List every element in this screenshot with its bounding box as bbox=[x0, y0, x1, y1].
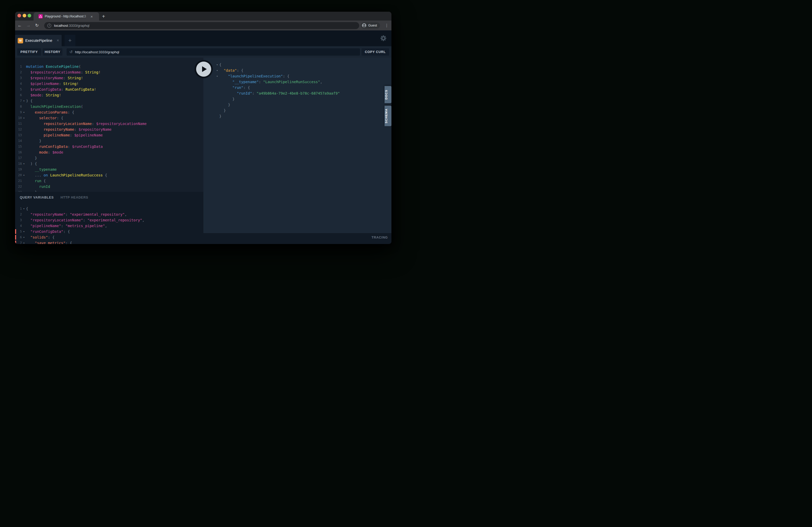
code-line[interactable]: 7▾) { bbox=[15, 98, 203, 104]
line-number: 4 bbox=[15, 223, 22, 229]
schema-side-tab[interactable]: SCHEMA bbox=[385, 106, 392, 126]
code-line[interactable]: 18▾ ) { bbox=[15, 161, 203, 167]
fold-arrow-icon[interactable]: ▾ bbox=[22, 161, 26, 167]
query-editor-pane[interactable]: 1mutation ExecutePipeline(2 $repositoryL… bbox=[15, 58, 203, 192]
code-line[interactable]: 5 $runConfigData: RunConfigData! bbox=[15, 87, 203, 92]
fold-spacer bbox=[22, 167, 26, 172]
copy-curl-button[interactable]: COPY CURL bbox=[362, 48, 389, 56]
docs-side-tab[interactable]: DOCS bbox=[385, 86, 392, 103]
code-line[interactable]: 7▾ "save_metrics": { bbox=[15, 240, 203, 244]
code-line[interactable]: 6▾ "solids": { bbox=[15, 235, 203, 240]
code-line[interactable]: } bbox=[203, 102, 391, 108]
code-line[interactable]: 19 __typename bbox=[15, 167, 203, 172]
add-playground-tab-button[interactable]: + bbox=[64, 35, 75, 46]
forward-icon[interactable]: → bbox=[25, 20, 32, 30]
line-number: 5 bbox=[15, 87, 22, 92]
code-line[interactable]: 17 } bbox=[15, 155, 203, 161]
code-line[interactable]: "run": { bbox=[203, 85, 391, 90]
code-line[interactable]: 6 $mode: String! bbox=[15, 92, 203, 98]
code-line[interactable]: ▾{ bbox=[203, 62, 391, 67]
fold-spacer bbox=[22, 81, 26, 87]
tab-query-variables[interactable]: QUERY VARIABLES bbox=[20, 196, 54, 199]
reload-icon[interactable]: ↻ bbox=[33, 20, 40, 30]
execute-query-button[interactable] bbox=[194, 60, 213, 78]
code-text: $pipelineName: String! bbox=[26, 81, 78, 87]
code-text: } bbox=[219, 96, 235, 102]
playground-tab-close-icon[interactable]: × bbox=[57, 39, 59, 43]
back-icon[interactable]: ← bbox=[16, 20, 23, 30]
window-zoom-button[interactable] bbox=[28, 14, 31, 17]
prettify-button[interactable]: PRETTIFY bbox=[17, 48, 41, 56]
code-line[interactable]: 2 $repositoryLocationName: String! bbox=[15, 70, 203, 75]
code-text: __typename bbox=[26, 167, 57, 172]
code-line[interactable]: 4 $pipelineName: String! bbox=[15, 81, 203, 87]
code-line[interactable]: } bbox=[203, 96, 391, 102]
code-line[interactable]: 13 pipelineName: $pipelineName bbox=[15, 132, 203, 138]
code-line[interactable]: 16 mode: $mode bbox=[15, 149, 203, 155]
browser-tab[interactable]: Playground - http://localhost:3 × bbox=[33, 12, 99, 20]
code-line[interactable]: 15 runConfigData: $runConfigData bbox=[15, 144, 203, 149]
new-tab-button[interactable]: + bbox=[100, 13, 107, 20]
code-line[interactable]: 3 "repositoryLocationName": "experimenta… bbox=[15, 217, 203, 223]
code-line[interactable]: 4 "pipelineName": "metrics_pipeline", bbox=[15, 223, 203, 229]
code-line[interactable]: "__typename": "LaunchPipelineRunSuccess"… bbox=[203, 79, 391, 85]
code-line[interactable]: 1▾{ bbox=[15, 206, 203, 212]
code-line[interactable]: "runId": "a49b864a-79e2-4be8-b78c-687457… bbox=[203, 90, 391, 96]
code-line[interactable]: 3 $repositoryName: String! bbox=[15, 75, 203, 81]
playground-tab-executepipeline[interactable]: M ExecutePipeline × bbox=[15, 35, 62, 46]
code-text: } bbox=[26, 138, 41, 144]
fold-arrow-icon[interactable]: ▾ bbox=[22, 98, 26, 104]
code-line[interactable]: 14 } bbox=[15, 138, 203, 144]
window-close-button[interactable] bbox=[17, 14, 21, 17]
code-line[interactable]: 20▾ ... on LaunchPipelineRunSuccess { bbox=[15, 172, 203, 178]
window-minimize-button[interactable] bbox=[23, 14, 26, 17]
fold-arrow-icon[interactable]: ▾ bbox=[215, 67, 219, 73]
fold-arrow-icon[interactable]: ▾ bbox=[215, 62, 219, 67]
code-line[interactable]: 11 repositoryLocationName: $repositoryLo… bbox=[15, 121, 203, 126]
tab-http-headers[interactable]: HTTP HEADERS bbox=[61, 196, 88, 199]
code-line[interactable]: } bbox=[203, 113, 391, 119]
endpoint-input[interactable]: ↻ http://localhost:3333/graphql bbox=[67, 48, 360, 56]
profile-label: Guest bbox=[368, 24, 377, 27]
line-number: 15 bbox=[15, 144, 22, 149]
fold-arrow-icon[interactable]: ▾ bbox=[22, 240, 26, 244]
line-number: 7 bbox=[15, 98, 22, 104]
address-bar[interactable]: i localhost:3333/graphql bbox=[44, 22, 359, 29]
code-text: "repositoryLocationName": "experimental_… bbox=[26, 217, 144, 223]
tracing-bar: TRACING bbox=[203, 233, 391, 244]
code-line[interactable]: 9▾ executionParams: { bbox=[15, 109, 203, 115]
undo-icon[interactable]: ↻ bbox=[70, 50, 73, 54]
code-line[interactable]: 8 launchPipelineExecution( bbox=[15, 104, 203, 109]
settings-gear-icon[interactable] bbox=[380, 35, 387, 41]
fold-arrow-icon[interactable]: ▾ bbox=[215, 73, 219, 79]
code-line[interactable]: ▾ "data": { bbox=[203, 67, 391, 73]
browser-tab-title: Playground - http://localhost:3 bbox=[45, 15, 89, 18]
fold-arrow-icon[interactable]: ▾ bbox=[22, 109, 26, 115]
fold-arrow-icon[interactable]: ▾ bbox=[22, 115, 26, 121]
code-line[interactable]: ▾ "launchPipelineExecution": { bbox=[203, 73, 391, 79]
profile-button[interactable]: Guest bbox=[361, 22, 380, 29]
code-line[interactable]: 21 run { bbox=[15, 178, 203, 184]
info-icon[interactable]: i bbox=[47, 24, 51, 28]
code-text: "repositoryName": "experimental_reposito… bbox=[26, 212, 127, 217]
fold-spacer bbox=[22, 75, 26, 81]
kebab-menu-icon[interactable]: ⋮ bbox=[383, 20, 390, 30]
fold-arrow-icon[interactable]: ▾ bbox=[22, 172, 26, 178]
code-line[interactable]: } bbox=[203, 108, 391, 113]
variables-editor[interactable]: 1▾{2 "repositoryName": "experimental_rep… bbox=[15, 206, 203, 244]
fold-arrow-icon[interactable]: ▾ bbox=[22, 206, 26, 212]
code-line[interactable]: 12 repositoryName: $repositoryName bbox=[15, 126, 203, 132]
fold-arrow-icon[interactable]: ▾ bbox=[22, 235, 26, 240]
code-line[interactable]: 10▾ selector: { bbox=[15, 115, 203, 121]
code-line[interactable]: 23 } bbox=[15, 190, 203, 192]
playground-toolbar: PRETTIFY HISTORY ↻ http://localhost:3333… bbox=[15, 46, 391, 58]
code-line[interactable]: 5▾ "runConfigData": { bbox=[15, 229, 203, 235]
code-text: "runId": "a49b864a-79e2-4be8-b78c-687457… bbox=[219, 90, 340, 96]
fold-arrow-icon[interactable]: ▾ bbox=[22, 229, 26, 235]
code-line[interactable]: 1mutation ExecutePipeline( bbox=[15, 64, 203, 70]
tracing-toggle[interactable]: TRACING bbox=[372, 236, 388, 239]
code-line[interactable]: 2 "repositoryName": "experimental_reposi… bbox=[15, 212, 203, 217]
tab-close-icon[interactable]: × bbox=[90, 15, 93, 18]
history-button[interactable]: HISTORY bbox=[43, 48, 62, 56]
code-line[interactable]: 22 runId bbox=[15, 184, 203, 190]
